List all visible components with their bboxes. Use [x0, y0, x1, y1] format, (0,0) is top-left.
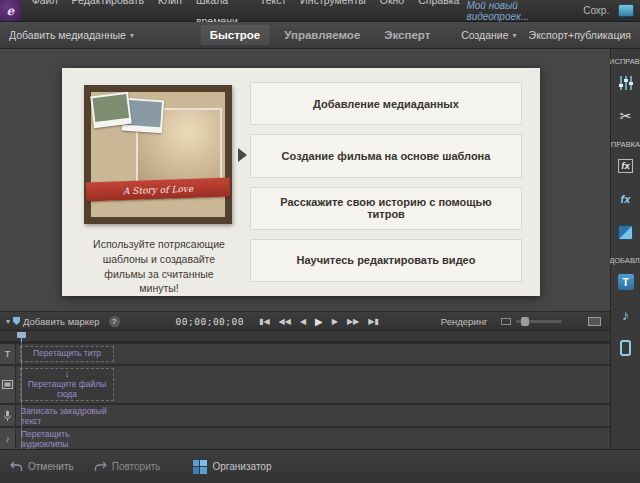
help-icon[interactable]: ? — [109, 316, 120, 327]
zoom-out-icon[interactable] — [501, 318, 511, 325]
tab-expert[interactable]: Эксперт — [375, 25, 439, 45]
create-label: Создание — [461, 29, 508, 41]
graphics-icon[interactable] — [620, 336, 631, 360]
tab-quick[interactable]: Быстрое — [201, 25, 270, 45]
drop-audio-target[interactable]: Перетащить аудиоклипы — [21, 428, 111, 448]
project-name: Мой новый видеопроек... — [466, 0, 574, 22]
section-label-add: ДОБАВЛ. — [609, 256, 640, 265]
timeline-controls-bar: ▾ Добавить маркер ? 00;00;00;00 ▮◀ ◀◀ ◀ … — [0, 312, 610, 331]
workspace-icon[interactable] — [618, 4, 634, 17]
render-button[interactable]: Рендеринг — [441, 316, 488, 327]
main-toolbar: Добавить медиаданные ▾ Быстрое Управляем… — [0, 22, 640, 49]
titlebar-right: Мой новый видеопроек... Сохр. — [466, 0, 640, 22]
drop-title-target[interactable]: Перетащить титр — [20, 346, 114, 362]
fast-forward-button[interactable]: ▶▶ — [347, 317, 359, 326]
chevron-down-icon: ▾ — [6, 317, 10, 326]
redo-button[interactable]: Повторить — [94, 461, 161, 472]
create-button[interactable]: Создание ▾ — [461, 29, 516, 41]
monitor-view-icon[interactable] — [588, 317, 601, 326]
redo-icon — [94, 461, 107, 472]
go-to-start-button[interactable]: ▮◀ — [259, 317, 270, 326]
monitor-area: A Story of Love Используйте потрясающие … — [0, 49, 610, 312]
music-track-icon: ♪ — [0, 428, 16, 449]
titlebar: e Файл Редактировать Клип Шкала времени … — [0, 0, 640, 22]
playhead-handle[interactable] — [17, 332, 26, 341]
track-voiceover: Записать закадровый текст — [0, 405, 610, 426]
effects-icon[interactable]: fx — [618, 154, 632, 178]
organizer-button[interactable]: Организатор — [193, 460, 272, 474]
action-bar: ИСПРАВ. ✂ ПРАВКА fx fx ДОБАВЛ. T ♪ — [610, 49, 640, 449]
voiceover-track-body: Записать закадровый текст — [16, 405, 610, 426]
welcome-caption: Используйте потрясающие шаблоны и создав… — [84, 237, 234, 296]
play-button[interactable]: ▶ — [315, 316, 323, 327]
smart-trim-scissors-icon[interactable]: ✂ — [620, 104, 632, 128]
rewind-button[interactable]: ◀◀ — [279, 317, 291, 326]
title-T-glyph: T — [618, 274, 634, 290]
marker-icon — [13, 317, 20, 325]
undo-button[interactable]: Отменить — [10, 461, 74, 472]
save-button[interactable]: Сохр. — [583, 5, 609, 16]
step-forward-button[interactable]: ▶ — [332, 317, 338, 326]
track-video: ↓ Перетащите файлы сюда — [0, 366, 610, 403]
step-back-button[interactable]: ◀ — [300, 317, 306, 326]
welcome-photo-column: A Story of Love Используйте потрясающие … — [62, 68, 238, 296]
go-to-end-button[interactable]: ▶▮ — [368, 317, 379, 326]
add-media-button[interactable]: Добавить медиаданные ▾ — [0, 29, 134, 41]
section-label-edit: ПРАВКА — [611, 140, 640, 149]
add-media-label: Добавить медиаданные — [9, 29, 126, 41]
mode-tabs: Быстрое Управляемое Эксперт — [201, 22, 440, 48]
transitions-icon[interactable] — [618, 220, 633, 244]
welcome-step-titles: Расскажите свою историю с помощью титров — [250, 187, 522, 230]
chevron-down-icon: ▾ — [130, 31, 134, 40]
transport-controls: ▮◀ ◀◀ ◀ ▶ ▶ ▶▶ ▶▮ — [259, 316, 379, 327]
add-marker-label: Добавить маркер — [23, 316, 100, 327]
adjust-sliders-icon[interactable] — [618, 71, 634, 95]
video-track-icon — [0, 366, 16, 403]
add-marker-button[interactable]: ▾ Добавить маркер — [6, 316, 100, 327]
titles-text-icon[interactable]: T — [618, 270, 634, 294]
app-window: e Файл Редактировать Клип Шкала времени … — [0, 0, 640, 483]
tab-guided[interactable]: Управляемое — [275, 25, 369, 45]
organizer-label: Организатор — [213, 461, 272, 472]
fx-glyph: fx — [621, 193, 631, 205]
welcome-steps-list: Добавление медиаданных Создание фильма н… — [250, 82, 522, 282]
playhead-line — [21, 342, 22, 449]
music-icon[interactable]: ♪ — [622, 303, 629, 327]
fx-box-glyph: fx — [618, 159, 632, 173]
track-music: ♪ Перетащить аудиоклипы — [0, 428, 610, 449]
timecode-display: 00;00;00;00 — [176, 316, 244, 327]
polaroid-photo — [90, 92, 132, 128]
applied-effects-icon[interactable]: fx — [621, 187, 631, 211]
timeline-ruler[interactable] — [0, 331, 610, 342]
drop-media-label: Перетащите файлы сюда — [25, 380, 109, 400]
zoom-slider-handle[interactable] — [521, 317, 529, 326]
track-titles: T Перетащить титр — [0, 344, 610, 364]
title-track-icon: T — [0, 344, 16, 364]
scissors-glyph: ✂ — [620, 108, 632, 124]
export-publish-label: Экспорт+публикация — [529, 29, 631, 41]
chevron-down-icon: ▾ — [513, 31, 517, 40]
music-note-glyph: ♪ — [622, 307, 629, 323]
section-label-fix: ИСПРАВ. — [609, 57, 640, 66]
zoom-slider[interactable] — [516, 320, 562, 323]
welcome-step-learn-editing: Научитесь редактировать видео — [250, 239, 522, 282]
undo-label: Отменить — [28, 461, 74, 472]
zoom-control — [501, 318, 562, 325]
bottom-bar: Отменить Повторить Организатор — [0, 449, 640, 483]
toolbar-right: Создание ▾ Экспорт+публикация — [461, 29, 640, 41]
timeline-tracks: T Перетащить титр ↓ Перетащите файлы сюд… — [0, 342, 610, 449]
welcome-step-add-media: Добавление медиаданных — [250, 82, 522, 125]
microphone-icon — [0, 405, 16, 426]
ribbon-banner: A Story of Love — [86, 177, 231, 201]
organizer-grid-icon — [193, 460, 207, 474]
app-logo-icon: e — [0, 0, 21, 21]
welcome-step-template-movie: Создание фильма на основе шаблона — [250, 134, 522, 177]
pointer-triangle-icon — [238, 148, 247, 162]
music-track-body: Перетащить аудиоклипы — [16, 428, 610, 449]
drop-media-target[interactable]: ↓ Перетащите файлы сюда — [20, 368, 114, 401]
down-arrow-icon: ↓ — [65, 369, 70, 379]
export-publish-button[interactable]: Экспорт+публикация — [529, 29, 631, 41]
title-track-body: Перетащить титр — [16, 344, 610, 364]
record-voiceover-link[interactable]: Записать закадровый текст — [21, 405, 111, 425]
video-track-body: ↓ Перетащите файлы сюда — [16, 366, 610, 403]
